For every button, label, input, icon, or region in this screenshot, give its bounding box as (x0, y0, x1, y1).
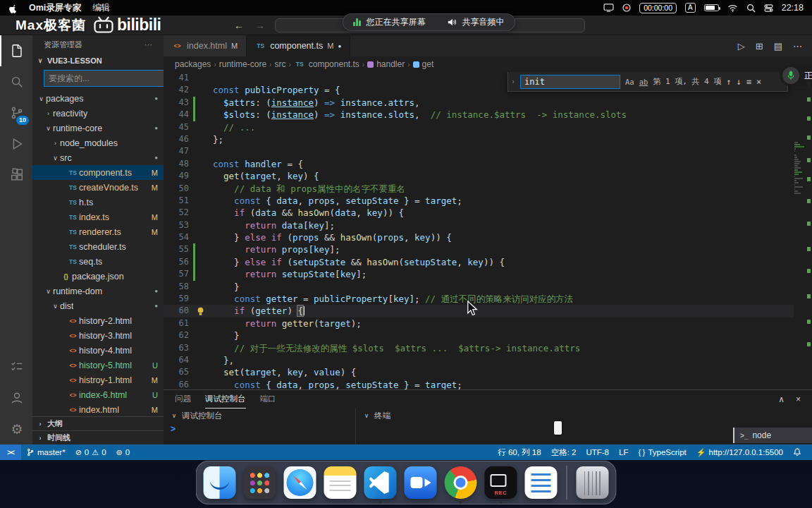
git-branch-item[interactable]: master* (21, 448, 70, 456)
tree-filter-box[interactable]: ≡ ⊞ (44, 70, 164, 87)
settings-gear-icon[interactable]: ⚙ (0, 413, 32, 445)
code-line-60[interactable]: 60 if (getter) { (164, 305, 812, 317)
notifications-bell-icon[interactable] (788, 448, 806, 456)
screen-mirroring-icon[interactable] (603, 4, 614, 12)
dock-safari-icon[interactable] (284, 466, 316, 499)
code-line-49[interactable]: 49 get(target, key) { (164, 170, 812, 182)
dock-meeting-icon[interactable] (405, 466, 437, 499)
panel-tab-端口[interactable]: 端口 (260, 390, 276, 409)
dock-launchpad-icon[interactable] (244, 466, 276, 499)
menubar-edit-menu[interactable]: 编辑 (92, 2, 110, 14)
whole-word-icon[interactable]: ab (639, 78, 648, 86)
minimap[interactable] (794, 72, 805, 389)
project-section-header[interactable]: ∨ VUE3-LESSON (32, 54, 164, 68)
encoding-item[interactable]: UTF-8 (581, 448, 614, 456)
find-collapse-icon[interactable]: › (511, 78, 515, 85)
apple-menu-icon[interactable] (8, 3, 18, 13)
run-file-button[interactable]: ▷ (738, 41, 745, 52)
code-line-53[interactable]: 53 return data[key]; (164, 219, 812, 231)
layout-button[interactable]: ▤ (774, 41, 782, 52)
record-status-icon[interactable] (622, 4, 631, 12)
tree-item-runtime-dom[interactable]: ∨runtime-dom● (32, 284, 164, 298)
tree-item-dist[interactable]: ∨dist● (32, 298, 164, 313)
code-line-56[interactable]: 56 } else if (setupState && hasOwn(setup… (164, 256, 812, 268)
panel-tab-问题[interactable]: 问题 (175, 390, 191, 409)
find-input[interactable] (520, 75, 620, 89)
code-editor[interactable]: 4142const publicProperty = {43 $attrs: (… (164, 72, 812, 389)
dock-recorder-icon[interactable] (485, 466, 517, 499)
code-line-64[interactable]: 64 }, (164, 354, 812, 366)
breadcrumb-item-runtime-core[interactable]: runtime-core (219, 59, 266, 69)
tree-item-scheduler.ts[interactable]: TSscheduler.ts (32, 239, 164, 254)
code-line-63[interactable]: 63 // 对于一些无法修改的属性 $slots $attrs ... $att… (164, 342, 812, 354)
tree-item-history-4.html[interactable]: <>history-4.html (32, 343, 164, 358)
code-line-47[interactable]: 47 (164, 145, 812, 157)
more-actions-button[interactable]: ⋯ (793, 41, 802, 52)
problems-item[interactable]: ⊘ 0 ⚠ 0 (70, 448, 111, 457)
tab-index.html[interactable]: <>index.htmlM (164, 35, 247, 56)
tree-item-node_modules[interactable]: ›node_modules (32, 135, 164, 150)
checklist-icon[interactable] (0, 351, 32, 382)
search-sidebar-icon[interactable] (0, 66, 32, 97)
live-server-item[interactable]: ⚡ http://127.0.0.1:5500 (691, 448, 788, 457)
tree-item-index.html[interactable]: <>index.htmlM (32, 402, 164, 416)
dock-documents-icon[interactable] (525, 466, 558, 499)
tree-item-src[interactable]: ∨src● (32, 150, 164, 165)
find-in-selection-icon[interactable]: ≡ (746, 77, 751, 87)
screen-sharing-pill[interactable]: 您正在共享屏幕 共享音频中 (343, 13, 515, 31)
dock-chrome-icon[interactable] (445, 466, 477, 499)
remote-indicator[interactable]: >< (0, 445, 21, 460)
breadcrumb-item-component.ts[interactable]: TScomponent.ts (294, 59, 359, 69)
code-line-66[interactable]: 66 const { data, props, setupState } = t… (164, 379, 812, 389)
tree-item-index.ts[interactable]: TSindex.tsM (32, 210, 164, 224)
run-debug-icon[interactable] (0, 128, 32, 159)
tree-item-reactivity[interactable]: ›reactivity (32, 106, 164, 121)
dock-vscode-icon[interactable] (364, 466, 397, 499)
indentation-item[interactable]: 空格: 2 (546, 447, 582, 458)
dock-notes-icon[interactable] (324, 466, 357, 499)
breadcrumb-item-packages[interactable]: packages (175, 59, 211, 69)
timeline-section[interactable]: › 时间线 (32, 430, 164, 445)
breadcrumb-item-src[interactable]: src (274, 59, 285, 69)
navigate-back-button[interactable]: ← (234, 20, 244, 31)
code-line-45[interactable]: 45 // ... (164, 121, 812, 133)
code-line-52[interactable]: 52 if (data && hasOwn(data, key)) { (164, 207, 812, 219)
cursor-position-item[interactable]: 行 60, 列 18 (493, 447, 546, 458)
split-editor-button[interactable]: ⊞ (756, 41, 763, 52)
code-line-62[interactable]: 62 } (164, 329, 812, 341)
panel-tab-调试控制台[interactable]: 调试控制台 (205, 390, 246, 409)
language-mode-item[interactable]: { } TypeScript (633, 448, 691, 456)
tree-item-index-6.html[interactable]: <>index-6.htmlU (32, 387, 164, 402)
breadcrumb-item-get[interactable]: get (413, 59, 434, 69)
terminal-tab-node[interactable]: >_ node (733, 428, 812, 443)
terminal-header[interactable]: ∨ 终端 (356, 409, 812, 423)
find-close-icon[interactable]: × (756, 77, 761, 87)
control-center-icon[interactable] (764, 4, 773, 12)
find-previous-icon[interactable]: ↑ (726, 77, 731, 87)
code-line-61[interactable]: 61 return getter(target); (164, 318, 812, 329)
menubar-clock[interactable]: 22:18 (782, 3, 804, 13)
tree-item-runtime-core[interactable]: ∨runtime-core● (32, 121, 164, 135)
tree-item-histroy-1.html[interactable]: <>histroy-1.htmlM (32, 373, 164, 387)
tree-item-history-5.html[interactable]: <>history-5.htmlU (32, 358, 164, 373)
eol-item[interactable]: LF (614, 448, 633, 456)
code-line-44[interactable]: 44 $slots: (instance) => instance.slots,… (164, 109, 812, 121)
tree-item-package.json[interactable]: {}package.json (32, 269, 164, 284)
search-icon[interactable] (746, 4, 756, 13)
code-line-57[interactable]: 57 return setupState[key]; (164, 268, 812, 280)
find-next-icon[interactable]: ↓ (737, 77, 742, 87)
debug-console-header[interactable]: ∨ 调试控制台 (164, 409, 355, 423)
account-icon[interactable] (0, 382, 32, 413)
panel-close-icon[interactable]: × (796, 394, 801, 404)
code-line-48[interactable]: 48const handler = { (164, 158, 812, 170)
code-line-43[interactable]: 43 $attrs: (instance) => instance.attrs, (164, 97, 812, 109)
code-line-59[interactable]: 59 const getter = publicProperty[key]; /… (164, 293, 812, 305)
input-source-badge[interactable]: A (685, 3, 696, 13)
battery-icon[interactable] (704, 4, 719, 11)
code-line-46[interactable]: 46}; (164, 133, 812, 145)
repl-prompt[interactable]: > (164, 423, 355, 435)
dock-finder-icon[interactable] (204, 466, 236, 499)
tab-component.ts[interactable]: TScomponent.tsM● (247, 35, 350, 56)
tree-item-packages[interactable]: ∨packages● (32, 91, 164, 106)
tree-item-renderer.ts[interactable]: TSrenderer.tsM (32, 224, 164, 239)
